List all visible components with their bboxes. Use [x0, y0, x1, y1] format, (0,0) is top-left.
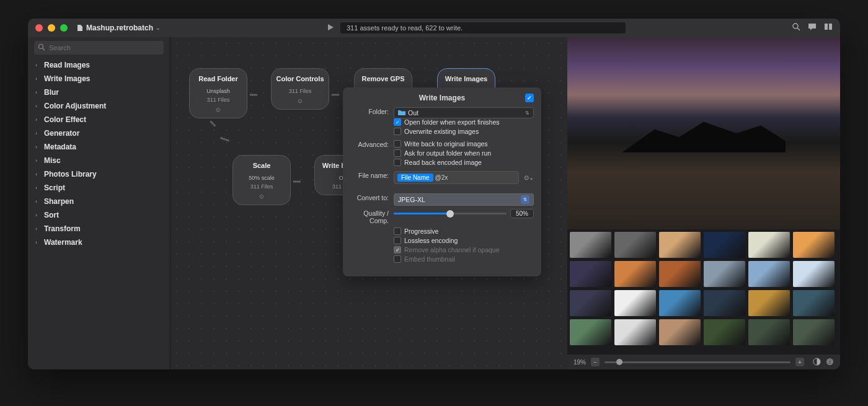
thumbnail[interactable]	[793, 261, 835, 287]
advanced-label: Advanced:	[350, 140, 394, 148]
thumbnail[interactable]	[704, 319, 745, 345]
zoom-out-button[interactable]: −	[591, 358, 600, 366]
contrast-icon[interactable]	[813, 358, 821, 367]
document-title-text: Mashup.retrobatch	[86, 24, 153, 32]
convert-select[interactable]: JPEG-XL ⇅	[394, 193, 534, 206]
more-icon[interactable]: ⊙	[275, 98, 325, 104]
sidebar-category[interactable]: ›Watermark	[34, 236, 164, 249]
sidebar-category[interactable]: ›Generator	[34, 126, 164, 140]
progressive-label: Progressive	[404, 227, 438, 235]
read-back-checkbox[interactable]	[394, 159, 401, 166]
folder-select[interactable]: Out ⇅	[394, 107, 534, 118]
quality-slider[interactable]	[394, 213, 507, 214]
svg-line-3	[43, 48, 45, 50]
write-back-checkbox[interactable]	[394, 140, 401, 148]
play-button[interactable]	[327, 22, 334, 33]
status-bar: 311 assets ready to read, 622 to write.	[340, 22, 626, 33]
info-icon[interactable]: i	[826, 358, 834, 367]
thumbnail[interactable]	[748, 319, 790, 345]
document-title[interactable]: Mashup.retrobatch ⌄	[76, 24, 161, 32]
quality-value[interactable]: 50%	[510, 209, 534, 218]
filename-token: File Name	[397, 174, 433, 182]
thumbnail[interactable]	[659, 290, 701, 316]
thumbnail[interactable]	[793, 232, 835, 258]
more-icon[interactable]: ⊙	[237, 193, 286, 200]
search-input[interactable]	[34, 41, 164, 55]
zoom-percent: 19%	[574, 359, 586, 366]
thumbnail[interactable]	[793, 290, 835, 316]
thumbnail[interactable]	[704, 261, 745, 287]
convert-label: Convert to:	[350, 193, 394, 201]
thumbnail[interactable]	[659, 261, 701, 287]
node-color-controls[interactable]: Color Controls 311 Files ⊙	[271, 68, 329, 110]
thumbnail[interactable]	[704, 290, 745, 316]
search-icon[interactable]	[792, 22, 800, 33]
thumbnail[interactable]	[748, 232, 790, 258]
sidebar-category[interactable]: ›Color Effect	[34, 113, 164, 126]
zoom-window-button[interactable]	[60, 24, 68, 32]
sidebar-category[interactable]: ›Sharpen	[34, 195, 164, 208]
minimize-window-button[interactable]	[48, 24, 55, 32]
thumbnail[interactable]	[659, 232, 701, 258]
zoom-in-button[interactable]: +	[795, 358, 804, 366]
inspector-enabled-checkbox[interactable]: ✓	[525, 94, 534, 102]
filename-suffix: @2x	[435, 174, 448, 181]
lossless-label: Lossless encoding	[404, 237, 458, 244]
book-icon[interactable]	[824, 22, 833, 33]
thumbnail[interactable]	[614, 232, 656, 258]
category-label: Color Adjustment	[44, 102, 106, 110]
thumbnail-grid	[567, 229, 840, 355]
sidebar-category[interactable]: ›Blur	[34, 86, 164, 99]
chevron-right-icon: ›	[35, 171, 42, 177]
node-files: 311 Files	[275, 88, 325, 94]
category-label: Blur	[44, 88, 59, 97]
sidebar-category[interactable]: ›Script	[34, 181, 164, 195]
filename-options-icon[interactable]: ⊙⌄	[524, 174, 534, 181]
sidebar-category[interactable]: ›Write Images	[34, 72, 164, 86]
overwrite-checkbox[interactable]	[394, 128, 401, 135]
thumbnail[interactable]	[570, 261, 611, 287]
thumbnail[interactable]	[748, 261, 790, 287]
category-label: Color Effect	[44, 115, 86, 124]
sidebar-category[interactable]: ›Color Adjustment	[34, 99, 164, 113]
thumbnail[interactable]	[704, 232, 745, 258]
sidebar-category[interactable]: ›Misc	[34, 154, 164, 167]
zoom-slider[interactable]	[604, 361, 790, 363]
thumbnail[interactable]	[614, 290, 656, 316]
svg-point-0	[793, 24, 798, 29]
sidebar-category[interactable]: ›Sort	[34, 208, 164, 222]
sidebar-category[interactable]: ›Read Images	[34, 58, 164, 72]
node-read-folder[interactable]: Read Folder Unsplash 311 Files ⊙	[189, 68, 247, 118]
thumbnail[interactable]	[614, 319, 656, 345]
zoom-bar: 19% − + i	[567, 355, 840, 369]
thumbnail[interactable]	[614, 261, 656, 287]
lossless-checkbox[interactable]	[394, 237, 401, 244]
more-icon[interactable]: ⊙	[193, 107, 243, 113]
chevron-right-icon: ›	[35, 198, 42, 205]
ask-output-checkbox[interactable]	[394, 149, 401, 157]
thumbnail[interactable]	[570, 290, 611, 316]
category-label: Read Images	[44, 61, 90, 69]
progressive-checkbox[interactable]	[394, 227, 401, 235]
thumbnail[interactable]	[793, 319, 835, 345]
filename-field[interactable]: File Name @2x	[394, 171, 519, 184]
open-folder-checkbox[interactable]: ✓	[394, 118, 401, 126]
node-scale[interactable]: Scale 50% scale 311 Files ⊙	[232, 155, 291, 205]
chevron-right-icon: ›	[35, 130, 42, 136]
status-text: 311 assets ready to read, 622 to write.	[347, 24, 463, 32]
preview-image[interactable]	[567, 37, 840, 229]
thumbnail[interactable]	[570, 232, 611, 258]
sidebar-category[interactable]: ›Metadata	[34, 140, 164, 154]
category-label: Metadata	[44, 143, 76, 151]
chat-icon[interactable]	[808, 22, 817, 33]
thumbnail[interactable]	[570, 319, 611, 345]
thumbnail[interactable]	[748, 290, 790, 316]
category-label: Transform	[44, 224, 81, 233]
close-window-button[interactable]	[35, 24, 43, 32]
sidebar-category[interactable]: ›Transform	[34, 222, 164, 236]
sidebar-category[interactable]: ›Photos Library	[34, 167, 164, 181]
thumbnail[interactable]	[659, 319, 701, 345]
node-title: Scale	[237, 162, 286, 170]
svg-line-1	[797, 28, 800, 30]
node-title: Color Controls	[275, 75, 325, 83]
